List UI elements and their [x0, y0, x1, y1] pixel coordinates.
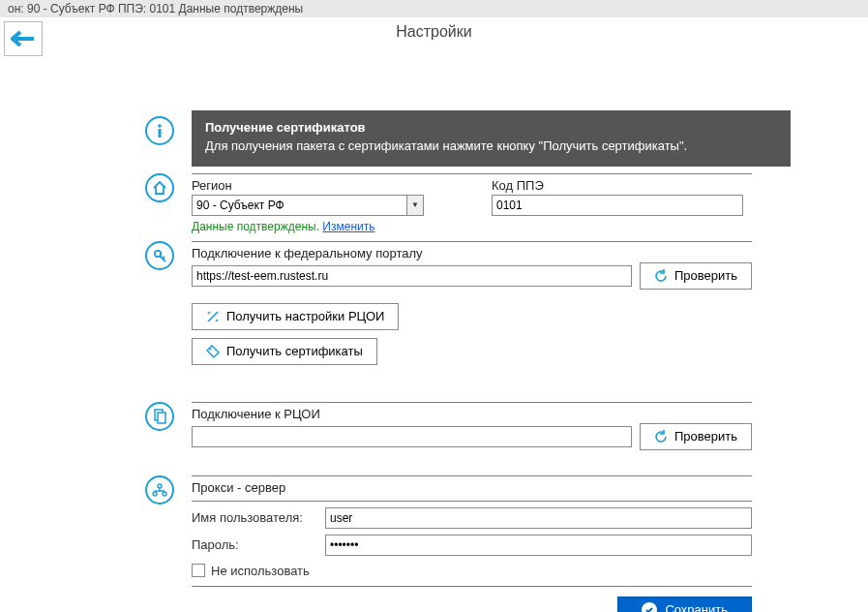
proxy-user-input[interactable]: [325, 507, 752, 529]
refresh-icon: [654, 269, 668, 283]
svg-point-6: [158, 484, 162, 488]
federal-check-button[interactable]: Проверить: [640, 262, 752, 290]
change-link[interactable]: Изменить: [322, 220, 374, 233]
proxy-title: Прокси - сервер: [192, 480, 752, 495]
rcoi-url-input[interactable]: [192, 426, 632, 447]
chevron-down-icon[interactable]: ▼: [406, 195, 424, 216]
proxy-disable-label: Не использовать: [211, 564, 310, 578]
ppe-label: Код ППЭ: [492, 178, 743, 193]
proxy-pass-input[interactable]: [325, 535, 752, 556]
key-icon: [145, 241, 174, 270]
top-status-bar: он: 90 - Субъект РФ ППЭ: 0101 Данные под…: [0, 0, 868, 17]
tag-icon: [206, 345, 220, 358]
get-certificates-button[interactable]: Получить сертификаты: [192, 338, 377, 365]
proxy-user-label: Имя пользователя:: [192, 510, 317, 525]
home-icon: [145, 173, 174, 202]
info-icon: [145, 116, 174, 145]
tools-icon: [206, 310, 220, 323]
svg-point-0: [158, 124, 162, 128]
rcoi-label: Подключение к РЦОИ: [192, 407, 752, 421]
region-label: Регион: [192, 178, 424, 193]
ppe-input[interactable]: [492, 195, 743, 216]
confirm-status: Данные подтверждены.: [192, 220, 319, 233]
svg-rect-1: [159, 129, 162, 138]
page-title: Настройки: [0, 17, 868, 45]
copy-icon: [145, 402, 174, 431]
federal-url-input[interactable]: [192, 265, 632, 287]
region-select[interactable]: ▼: [192, 195, 424, 216]
svg-point-7: [153, 492, 157, 496]
svg-rect-5: [158, 413, 165, 423]
get-rcoi-settings-button[interactable]: Получить настройки РЦОИ: [192, 303, 399, 330]
tooltip-title: Получение сертификатов: [205, 120, 777, 135]
back-button[interactable]: [4, 21, 43, 56]
federal-label: Подключение к федеральному порталу: [192, 246, 752, 260]
arrow-left-icon: [11, 30, 36, 47]
tooltip-certificates: Получение сертификатов Для получения пак…: [192, 110, 791, 167]
check-icon: [642, 602, 657, 612]
proxy-disable-checkbox[interactable]: [192, 564, 205, 577]
svg-point-3: [210, 348, 212, 350]
proxy-pass-label: Пароль:: [192, 537, 317, 552]
network-icon: [145, 475, 174, 505]
region-value[interactable]: [192, 195, 406, 216]
svg-point-8: [163, 492, 166, 496]
refresh-icon: [654, 430, 668, 444]
tooltip-body: Для получения пакета с сертификатами наж…: [205, 138, 777, 153]
save-button[interactable]: Сохранить: [617, 597, 752, 612]
rcoi-check-button[interactable]: Проверить: [640, 423, 752, 450]
